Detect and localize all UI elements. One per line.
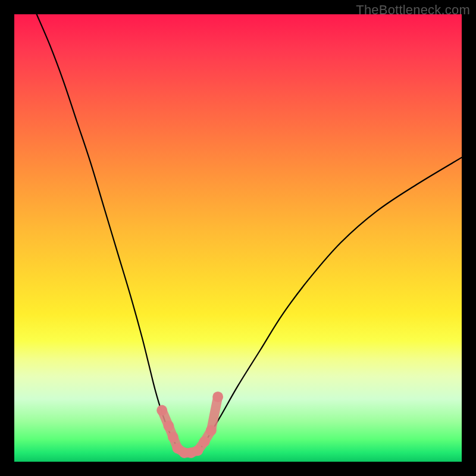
marker-dot: [192, 445, 203, 456]
watermark-text: TheBottleneck.com: [356, 2, 470, 18]
data-point-markers: [156, 392, 223, 458]
marker-dot: [206, 425, 217, 436]
bottleneck-curve-left: [37, 14, 180, 452]
bottleneck-curve-right: [198, 158, 462, 452]
chart-svg: [14, 14, 462, 462]
marker-dot: [168, 432, 178, 443]
marker-dot: [199, 436, 210, 447]
marker-dot: [212, 392, 223, 402]
marker-dot: [156, 405, 167, 416]
marker-dot: [163, 421, 174, 431]
chart-frame: [14, 14, 462, 462]
